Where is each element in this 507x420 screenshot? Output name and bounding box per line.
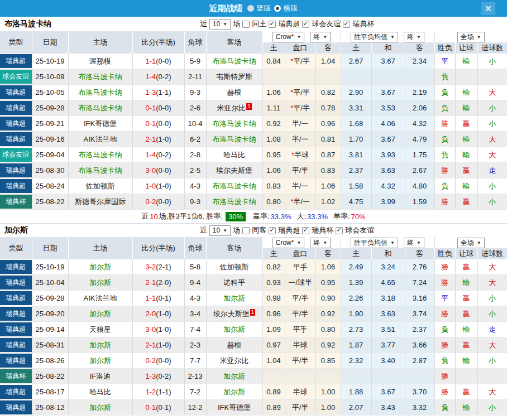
final-odds-select-2[interactable]: 终 [404, 238, 424, 248]
result-handicap: 輸 [455, 132, 477, 147]
vertical-radio-label[interactable]: 竖版 [257, 3, 271, 13]
table-row: 瑞典超 25-09-28 AIK法兰地 1-1(0-1) 4-3 加尔斯 0.9… [0, 291, 507, 306]
away-team: IFK哥德堡 [206, 400, 262, 416]
result-winloss: 負 [434, 147, 455, 163]
league-checkbox-label-2[interactable]: 瑞典杯 [312, 225, 333, 235]
handicap: 半/一 [285, 116, 315, 132]
match-date: 25-09-20 [32, 306, 68, 322]
corner-score: 5-9 [184, 54, 206, 69]
col-home: 主场 [68, 237, 132, 259]
vertical-radio-icon[interactable] [247, 5, 254, 12]
league-badge: 瑞典超 [0, 117, 32, 131]
avg-home: 2.67 [341, 54, 371, 69]
home-odds: 1.08 [262, 132, 285, 147]
handicap: 平手 [285, 259, 315, 275]
league-type-cell: 球会友谊 [0, 69, 32, 85]
home-odds: 0.95 [262, 147, 285, 163]
same-venue-checkbox[interactable] [242, 227, 250, 234]
avg-away [405, 69, 434, 85]
avg-draw: 4.32 [371, 178, 405, 194]
avg-home: 1.70 [341, 132, 371, 147]
fulltime-score: 1-1 [145, 294, 156, 302]
corner-score: 2-13 [184, 369, 206, 384]
avg-odds-select[interactable]: 胜平负均值 [351, 238, 398, 248]
away-team: 赫根 [206, 85, 262, 100]
col-corner: 角球 [184, 31, 206, 54]
games-count-select[interactable]: 10 [209, 19, 231, 30]
final-odds-select-2[interactable]: 终 [404, 32, 424, 42]
close-icon: ✕ [485, 3, 492, 14]
league-type-cell: 瑞典杯 [0, 369, 32, 384]
fulltime-score: 1-3 [145, 372, 156, 380]
home-team: 加尔斯 [68, 400, 132, 416]
home-team: IFK哥德堡 [68, 116, 132, 132]
away-odds: 0.96 [315, 116, 341, 132]
sub-col-avg-away: 客 [405, 42, 434, 54]
corner-score: 2-8 [184, 147, 206, 163]
home-team: 佐加顿斯 [68, 178, 132, 194]
league-checkbox-2[interactable] [302, 227, 309, 234]
win-rate-badge: 30% [226, 212, 246, 221]
same-venue-label[interactable]: 同客 [252, 225, 266, 235]
horizontal-radio-icon[interactable] [274, 5, 281, 12]
league-checkbox-3[interactable] [336, 227, 343, 234]
layout-radio-group: 竖版 横版 [247, 3, 298, 13]
fulltime-score: 3-2 [145, 263, 156, 271]
away-odds: 0.81 [315, 132, 341, 147]
avg-home: 1.88 [341, 384, 371, 400]
sub-col-goals: 进球数 [477, 248, 507, 259]
handicap [285, 369, 315, 384]
horizontal-radio-label[interactable]: 横版 [284, 3, 298, 13]
final-odds-select-1[interactable]: 终 [310, 238, 331, 248]
league-checkbox-label-3[interactable]: 瑞典杯 [352, 19, 374, 29]
avg-draw: 3.40 [371, 353, 405, 369]
league-checkbox-label-2[interactable]: 球会友谊 [312, 19, 341, 29]
away-odds: 1.02 [315, 194, 341, 210]
away-team: 埃尔夫斯堡 [206, 163, 262, 178]
home-team: 布洛马波卡纳 [68, 147, 132, 163]
same-venue-checkbox[interactable] [242, 21, 250, 28]
handicap: *平/半 [285, 85, 315, 100]
same-venue-label[interactable]: 同主 [252, 19, 266, 29]
bookmaker-select[interactable]: Crow* [272, 32, 305, 42]
match-date: 25-08-30 [32, 163, 68, 178]
match-date: 25-08-24 [32, 178, 68, 194]
final-odds-select-1[interactable]: 终 [310, 32, 331, 42]
result-handicap: 輸 [455, 85, 477, 100]
home-odds [262, 369, 285, 384]
fullmatch-select[interactable]: 全场 [457, 32, 485, 42]
result-winloss: 勝 [434, 116, 455, 132]
avg-odds-select[interactable]: 胜平负均值 [351, 32, 398, 42]
close-button[interactable]: ✕ [481, 2, 495, 15]
league-checkbox-label-3[interactable]: 球会友谊 [345, 225, 374, 235]
league-badge: 瑞典超 [0, 291, 32, 305]
avg-home: 2.07 [341, 400, 371, 416]
score: 2-1(1-0) [132, 337, 184, 353]
league-checkbox-1[interactable] [269, 227, 276, 234]
avg-draw: 3.51 [371, 322, 405, 337]
home-team: 斯德哥尔摩国际 [68, 194, 132, 210]
col-away: 客场 [206, 237, 262, 259]
avg-away: 4.32 [405, 116, 434, 132]
league-checkbox-label-1[interactable]: 瑞典超 [278, 225, 300, 235]
away-odds [315, 369, 341, 384]
avg-home [341, 369, 371, 384]
games-label: 场 [233, 19, 240, 29]
games-count-select[interactable]: 10 [209, 225, 231, 236]
league-checkbox-2[interactable] [302, 21, 309, 28]
avg-home: 1.58 [341, 178, 371, 194]
recent-results-window: 近期战绩 竖版 横版 ✕ 布洛马波卡纳 近 10 场 同主 瑞典超 球会友谊 瑞… [0, 0, 507, 420]
table-row: 瑞典超 25-09-20 加尔斯 2-0(1-0) 3-4 埃尔夫斯堡1 0.9… [0, 306, 507, 322]
table-row: 瑞典超 25-10-19 渥那模 1-1(0-0) 5-9 布洛马波卡纳 0.8… [0, 54, 507, 69]
halftime-score: (0-0) [156, 166, 171, 175]
result-handicap: 贏 [455, 291, 477, 306]
league-checkbox-3[interactable] [343, 21, 350, 28]
league-checkbox-1[interactable] [269, 21, 276, 28]
fullmatch-select[interactable]: 全场 [457, 238, 485, 248]
league-checkbox-label-1[interactable]: 瑞典超 [278, 19, 300, 29]
bookmaker-select[interactable]: Crow* [272, 238, 305, 248]
result-winloss: 平 [434, 54, 455, 69]
avg-away: 3.32 [405, 400, 434, 416]
result-handicap: 輸 [455, 178, 477, 194]
halftime-score: (0-2) [156, 151, 171, 159]
